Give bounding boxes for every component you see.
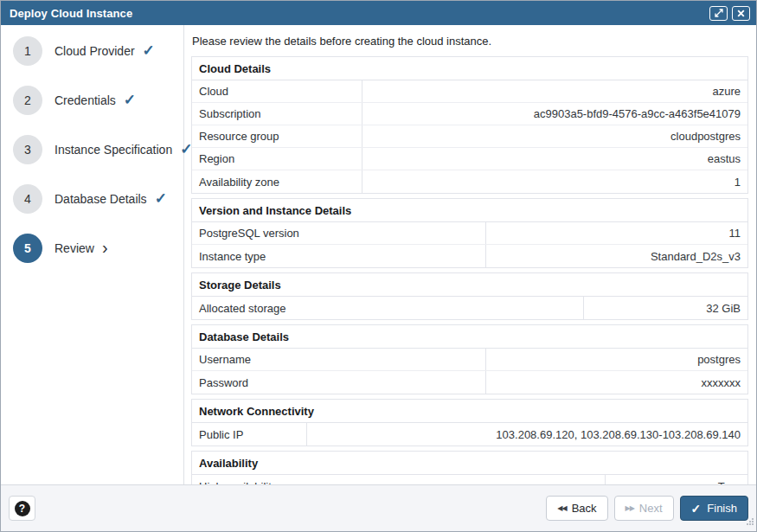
row-label: Username bbox=[192, 349, 486, 370]
row-value: postgres bbox=[486, 349, 747, 370]
row-value: 103.208.69.120, 103.208.69.130-103.208.6… bbox=[307, 423, 747, 445]
row-label: Cloud bbox=[192, 80, 362, 102]
wizard-step-instance-specification: 3Instance Specification✓ bbox=[1, 125, 183, 174]
maximize-icon bbox=[715, 9, 723, 17]
step-number-circle: 1 bbox=[13, 36, 42, 66]
review-panel: Please review the details before creatin… bbox=[184, 25, 756, 484]
table-row: Allocated storage32 GiB bbox=[192, 297, 747, 319]
table-row: Subscriptionac9903a5-bfd9-4576-a9cc-a463… bbox=[192, 103, 747, 125]
row-label: Subscription bbox=[192, 103, 362, 125]
row-label: Password bbox=[192, 371, 486, 394]
review-section: Network ConnectivityPublic IP103.208.69.… bbox=[191, 399, 748, 446]
finish-button[interactable]: ✓ Finish bbox=[680, 496, 748, 521]
wizard-step-credentials: 2Credentials✓ bbox=[1, 75, 183, 125]
back-button[interactable]: ◀◀ Back bbox=[546, 496, 607, 521]
row-value: ac9903a5-bfd9-4576-a9cc-a463f5e41079 bbox=[362, 103, 747, 125]
wizard-step-cloud-provider: 1Cloud Provider✓ bbox=[1, 26, 183, 75]
step-number-circle: 2 bbox=[13, 86, 42, 115]
section-title: Database Details bbox=[192, 325, 747, 349]
review-intro-text: Please review the details before creatin… bbox=[192, 35, 748, 48]
review-section: Version and Instance DetailsPostgreSQL v… bbox=[191, 198, 748, 268]
double-left-arrow-icon: ◀◀ bbox=[557, 504, 566, 512]
step-label: Review bbox=[55, 241, 94, 255]
wizard-step-database-details: 4Database Details✓ bbox=[1, 174, 183, 223]
review-section: AvailabilityHigh availabilityTrue bbox=[191, 451, 748, 484]
wizard-steps: 1Cloud Provider✓2Credentials✓3Instance S… bbox=[1, 25, 184, 484]
section-title: Network Connectivity bbox=[192, 400, 747, 423]
resize-grip[interactable] bbox=[747, 514, 754, 529]
step-done-check-icon: ✓ bbox=[155, 191, 167, 206]
close-button[interactable] bbox=[732, 6, 750, 21]
next-button-label: Next bbox=[639, 502, 663, 515]
wizard-step-review: 5Review› bbox=[1, 223, 183, 272]
section-title: Cloud Details bbox=[192, 57, 747, 80]
row-value: 11 bbox=[486, 222, 747, 244]
row-label: Region bbox=[192, 148, 362, 170]
review-section: Cloud DetailsCloudazureSubscriptionac990… bbox=[191, 56, 748, 194]
step-number-circle: 3 bbox=[13, 135, 42, 164]
row-label: Availability zone bbox=[192, 170, 362, 193]
maximize-button[interactable] bbox=[709, 6, 728, 21]
review-section: Storage DetailsAllocated storage32 GiB bbox=[191, 272, 748, 320]
table-row: Resource groupcloudpostgres bbox=[192, 125, 747, 148]
section-title: Storage Details bbox=[192, 273, 747, 297]
row-value: xxxxxxx bbox=[486, 371, 747, 394]
row-value: Standard_D2s_v3 bbox=[486, 245, 747, 267]
table-row: Instance typeStandard_D2s_v3 bbox=[192, 245, 747, 267]
step-number-circle: 5 bbox=[13, 234, 42, 263]
row-value: 1 bbox=[362, 170, 747, 193]
help-icon: ? bbox=[15, 501, 30, 516]
row-value: True bbox=[606, 475, 747, 484]
dialog-titlebar[interactable]: Deploy Cloud Instance bbox=[1, 1, 756, 25]
table-row: Passwordxxxxxxx bbox=[192, 371, 747, 394]
section-title: Availability bbox=[192, 452, 747, 475]
row-label: Resource group bbox=[192, 125, 362, 147]
table-row: Cloudazure bbox=[192, 80, 747, 103]
step-current-chevron-icon: › bbox=[102, 239, 108, 256]
row-label: High availability bbox=[192, 475, 606, 484]
row-label: Public IP bbox=[192, 423, 307, 445]
section-title: Version and Instance Details bbox=[192, 199, 747, 222]
row-label: PostgreSQL version bbox=[192, 222, 486, 244]
step-label: Instance Specification bbox=[55, 143, 172, 157]
back-button-label: Back bbox=[572, 502, 597, 515]
table-row: Regioneastus bbox=[192, 148, 747, 170]
table-row: High availabilityTrue bbox=[192, 475, 747, 484]
step-done-check-icon: ✓ bbox=[143, 43, 155, 58]
row-value: eastus bbox=[362, 148, 747, 170]
row-value: azure bbox=[362, 80, 747, 102]
step-label: Cloud Provider bbox=[55, 44, 135, 58]
row-value: cloudpostgres bbox=[362, 125, 747, 147]
step-label: Database Details bbox=[55, 192, 147, 206]
finish-button-label: Finish bbox=[707, 502, 737, 515]
review-sections: Cloud DetailsCloudazureSubscriptionac990… bbox=[191, 56, 748, 484]
footer-actions: ◀◀ Back ▶▶ Next ✓ Finish bbox=[546, 496, 748, 521]
double-right-arrow-icon: ▶▶ bbox=[625, 504, 634, 512]
row-value: 32 GiB bbox=[584, 297, 747, 319]
table-row: Usernamepostgres bbox=[192, 349, 747, 371]
row-label: Allocated storage bbox=[192, 297, 584, 319]
review-section: Database DetailsUsernamepostgresPassword… bbox=[191, 324, 748, 394]
table-row: Public IP103.208.69.120, 103.208.69.130-… bbox=[192, 423, 747, 445]
close-icon bbox=[737, 10, 745, 17]
deploy-cloud-instance-dialog: Deploy Cloud Instance 1Cloud Provider✓2C… bbox=[0, 0, 757, 532]
help-button[interactable]: ? bbox=[9, 496, 35, 521]
check-icon: ✓ bbox=[691, 503, 702, 515]
step-label: Credentials bbox=[55, 93, 116, 107]
dialog-body: 1Cloud Provider✓2Credentials✓3Instance S… bbox=[1, 25, 756, 484]
next-button[interactable]: ▶▶ Next bbox=[614, 496, 674, 521]
dialog-title: Deploy Cloud Instance bbox=[10, 7, 705, 20]
step-done-check-icon: ✓ bbox=[124, 93, 136, 107]
table-row: PostgreSQL version11 bbox=[192, 222, 747, 245]
step-number-circle: 4 bbox=[13, 184, 42, 214]
row-label: Instance type bbox=[192, 245, 486, 267]
table-row: Availability zone1 bbox=[192, 170, 747, 193]
dialog-footer: ? ◀◀ Back ▶▶ Next ✓ Finish bbox=[1, 484, 756, 531]
